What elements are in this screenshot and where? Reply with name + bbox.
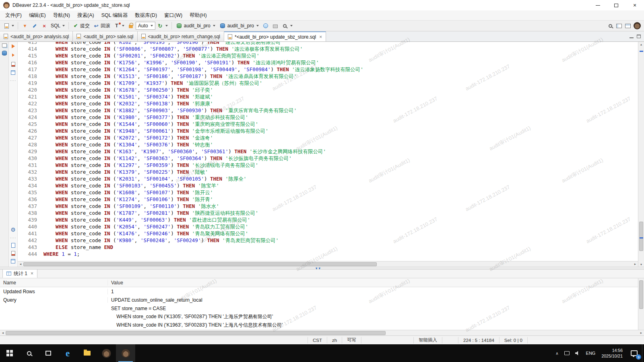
transaction-log-button[interactable]: T <box>112 22 126 30</box>
dbeaver-taskbar-button-2[interactable] <box>116 344 135 362</box>
maximize-button[interactable] <box>607 0 625 10</box>
execute-script-icon[interactable] <box>12 53 14 57</box>
commit-label: 提交 <box>80 23 90 29</box>
results-vertical-scrollbar[interactable] <box>638 278 644 330</box>
column-header-value[interactable]: Value <box>108 280 638 286</box>
transaction-mode-select[interactable]: Auto <box>136 22 155 30</box>
schema-select[interactable]: audit_bi_pro <box>217 21 261 30</box>
menu-help[interactable]: 帮助(H) <box>186 11 210 20</box>
edit-button[interactable] <box>30 22 39 30</box>
delete-button[interactable]: × <box>39 22 49 30</box>
show-desktop-button[interactable] <box>642 344 644 362</box>
chevron-down-icon <box>213 25 215 27</box>
sql-editor[interactable]: 4134144154164174184194204214224234244254… <box>18 42 638 267</box>
code-area[interactable]: WHEN store_code IN ('K162', 'SF00195', '… <box>41 42 638 261</box>
hscroll-thumb[interactable] <box>23 262 377 266</box>
titlebar: DBeaver 22.3.4 - <audit_bi_pro> update_s… <box>0 0 644 10</box>
results-vscroll-thumb[interactable] <box>639 280 643 309</box>
code-line: WHERE 1 = 1; <box>43 251 638 257</box>
taskbar-clock[interactable]: 14:56 2025/10/21 <box>598 348 626 359</box>
print-button[interactable] <box>270 22 280 30</box>
close-button[interactable]: × <box>625 0 644 10</box>
rollback-button[interactable]: ↩回滚 <box>91 22 112 30</box>
file-explorer-button[interactable] <box>77 344 97 362</box>
lock-button[interactable] <box>126 22 136 30</box>
task-view-button[interactable] <box>39 344 58 362</box>
quick-search-icon[interactable] <box>609 24 612 28</box>
editor-vertical-scrollbar[interactable] <box>638 42 644 267</box>
layout-icon[interactable] <box>625 24 631 28</box>
language-indicator[interactable]: ENG <box>583 344 599 362</box>
menu-edit[interactable]: 编辑(E) <box>25 11 50 20</box>
menubar: 文件(F)编辑(E)导航(N)搜索(A)SQL 编辑器数据库(D)窗口(W)帮助… <box>0 10 644 20</box>
scroll-up-icon[interactable] <box>638 42 644 47</box>
tray-expand-button[interactable]: ∧ <box>553 344 561 362</box>
code-line: WHEN store_code IN ('K2032', 'SF00138') … <box>43 100 638 107</box>
error-log-icon[interactable] <box>11 251 15 256</box>
editor-results-sash[interactable] <box>0 267 644 269</box>
menu-window[interactable]: 窗口(W) <box>161 11 186 20</box>
table-row[interactable]: QueryUPDATE custom_online_sale_return_lo… <box>0 296 638 304</box>
editor-tab-3[interactable]: <audit_bi_pro> return_change.sql <box>138 31 224 41</box>
execute-new-tab-icon[interactable] <box>11 62 15 67</box>
table-row[interactable]: WHEN store_code IN ('K1963', 'SF00283') … <box>0 321 638 329</box>
scroll-left-icon[interactable] <box>0 331 6 335</box>
taskbar-search-button[interactable] <box>19 344 39 362</box>
explain-plan-icon[interactable] <box>11 70 15 75</box>
column-header-name[interactable]: Name <box>0 280 108 286</box>
search-menu-button[interactable] <box>280 22 294 30</box>
code-line: WHEN store_code IN ('K1756', 'K1996', 'S… <box>43 59 638 66</box>
editor-tab-1[interactable]: <audit_bi_pro> analysis.sql <box>0 31 73 41</box>
restore-panes-icon[interactable] <box>2 43 7 47</box>
dbeaver-logo-icon[interactable] <box>634 22 641 29</box>
action-center-button[interactable]: 9 <box>626 344 642 362</box>
settings-gear-icon[interactable]: ⚙ <box>10 227 16 232</box>
menu-sql-editor[interactable]: SQL 编辑器 <box>98 11 132 20</box>
result-grid-icon[interactable] <box>11 259 15 263</box>
scroll-right-icon[interactable] <box>632 262 638 267</box>
sql-menu-button[interactable]: SQL <box>49 22 66 29</box>
sash-grip-icon[interactable] <box>316 266 322 270</box>
menu-navigate[interactable]: 导航(N) <box>50 11 74 20</box>
connection-select[interactable]: audit_bi_pro <box>174 21 217 30</box>
scroll-left-icon[interactable] <box>18 262 23 267</box>
table-row[interactable]: Updated Rows1 <box>0 287 638 296</box>
results-hscroll-thumb[interactable] <box>6 331 386 335</box>
code-line: WHEN store_code IN ('K1608', 'SF00107') … <box>43 189 638 196</box>
network-button[interactable] <box>261 22 270 30</box>
execute-statement-icon[interactable] <box>12 44 15 48</box>
maximize-editor-icon[interactable] <box>637 35 641 38</box>
tab-close-icon[interactable]: × <box>30 271 33 276</box>
editor-tab-4[interactable]: *<audit_bi_pro> update_sbz_store.sql× <box>224 31 326 41</box>
start-button[interactable] <box>0 344 19 362</box>
sql-label: SQL <box>51 23 60 29</box>
tray-device-button[interactable] <box>561 344 572 362</box>
tab-close-icon[interactable]: × <box>318 34 322 40</box>
status-caret-position: 224 : 5 : 14184 <box>458 337 499 343</box>
scroll-right-icon[interactable] <box>638 331 644 335</box>
commit-button[interactable]: ✔提交 <box>71 22 91 30</box>
menu-search[interactable]: 搜索(A) <box>74 11 98 20</box>
edge-browser-button[interactable]: e <box>58 344 77 362</box>
refresh-button[interactable]: ↻ <box>155 22 169 30</box>
statistics-tab[interactable]: 统计 1 × <box>2 269 37 278</box>
output-log-icon[interactable] <box>11 243 15 248</box>
tray-volume-button[interactable] <box>572 344 583 362</box>
fetch-data-button[interactable]: ▼ <box>20 22 30 30</box>
database-navigator-icon[interactable] <box>2 51 7 56</box>
scroll-down-icon[interactable] <box>638 262 644 267</box>
perspective-icon[interactable] <box>616 24 622 28</box>
dbeaver-taskbar-button-1[interactable] <box>97 344 116 362</box>
editor-tab-2[interactable]: <audit_bi_pro> sale.sql <box>73 31 137 41</box>
more-actions-icon[interactable]: ···· <box>10 78 17 82</box>
new-sql-editor-button[interactable] <box>2 22 16 30</box>
table-row[interactable]: SET store_name = CASE <box>0 304 638 313</box>
editor-horizontal-scrollbar[interactable] <box>18 261 638 267</box>
minimize-button[interactable] <box>588 0 607 10</box>
table-row[interactable]: WHEN store_code IN ('K1305', 'SF00287') … <box>0 313 638 321</box>
menu-file[interactable]: 文件(F) <box>2 11 25 20</box>
menu-database[interactable]: 数据库(D) <box>131 11 161 20</box>
vscroll-thumb[interactable] <box>639 222 643 251</box>
minimize-editor-icon[interactable] <box>630 35 634 38</box>
results-horizontal-scrollbar[interactable] <box>0 330 644 335</box>
